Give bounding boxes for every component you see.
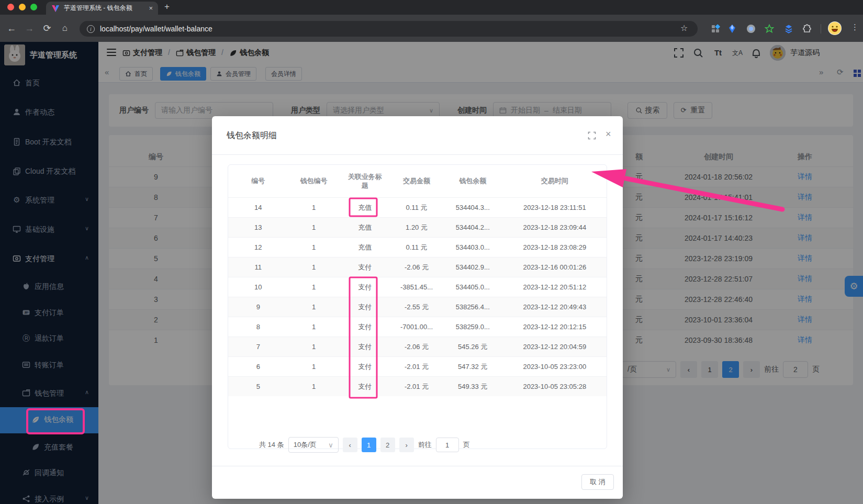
cell-id: 9 <box>228 303 288 311</box>
cell-amount: -3851.45... <box>390 283 443 291</box>
url-text: localhost/pay/wallet/wallet-balance <box>100 25 212 33</box>
browser-tab[interactable]: 芋道管理系统 - 钱包余额 × <box>46 2 158 15</box>
page-size-select[interactable]: 10条/页 ∨ <box>288 437 339 453</box>
cell-wallet-id: 1 <box>288 204 340 211</box>
cell-biz-title: 充值 <box>339 203 390 212</box>
cell-balance: 549.33 元 <box>443 382 503 391</box>
screen: 芋道管理系统 - 钱包余额 × + ← → ⟳ ⌂ i localhost/pa… <box>0 0 863 504</box>
wallet-balance-detail-dialog: 钱包余额明细 × 编号 钱包编号 关联业务标题 交易金额 钱包余额 交易时间 1… <box>212 116 623 499</box>
traffic-zoom-button[interactable] <box>30 4 37 10</box>
cell-biz-title: 支付 <box>339 263 390 272</box>
dialog-footer-divider <box>212 466 623 466</box>
cell-balance: 534403.0... <box>443 243 503 251</box>
cell-balance: 534402.9... <box>443 263 503 271</box>
cell-id: 14 <box>228 204 288 211</box>
page-1-button[interactable]: 1 <box>362 438 376 452</box>
tab-title: 芋道管理系统 - 钱包余额 <box>64 4 144 13</box>
cell-time: 2023-12-12 20:49:43 <box>503 303 607 311</box>
cell-time: 2023-12-12 20:12:15 <box>503 323 607 331</box>
cell-time: 2023-12-12 20:51:12 <box>503 283 607 291</box>
browser-toolbar: ← → ⟳ ⌂ i localhost/pay/wallet/wallet-ba… <box>0 15 863 42</box>
new-tab-button[interactable]: + <box>164 2 170 12</box>
cell-balance: 538259.0... <box>443 323 503 331</box>
cell-amount: 0.11 元 <box>390 243 443 252</box>
cell-balance: 534404.2... <box>443 223 503 231</box>
dialog-table-row: 81支付-7001.00...538259.0...2023-12-12 20:… <box>228 317 607 337</box>
forward-icon[interactable]: → <box>23 22 36 35</box>
dialog-table-header: 编号 钱包编号 关联业务标题 交易金额 钱包余额 交易时间 <box>228 165 607 197</box>
dialog-pagination: 共 14 条 10条/页 ∨ ‹ 1 2 › 前往 页 <box>259 437 573 453</box>
traffic-close-button[interactable] <box>7 4 14 10</box>
cell-amount: -2.01 元 <box>390 362 443 372</box>
cell-wallet-id: 1 <box>288 223 340 231</box>
toolbar-divider <box>821 24 821 33</box>
cell-balance: 534405.0... <box>443 283 503 291</box>
col-header-amount: 交易金额 <box>390 176 443 186</box>
goto-page-input[interactable] <box>436 438 459 452</box>
cell-wallet-id: 1 <box>288 323 340 331</box>
url-bar[interactable]: i localhost/pay/wallet/wallet-balance <box>80 21 698 37</box>
cell-time: 2023-10-05 23:23:00 <box>503 363 607 371</box>
cell-biz-title: 支付 <box>339 382 390 391</box>
cell-biz-title: 充值 <box>339 223 390 232</box>
cell-wallet-id: 1 <box>288 283 340 291</box>
cell-id: 6 <box>228 363 288 371</box>
favicon-yudao-icon <box>51 4 60 13</box>
dialog-header: 钱包余额明细 × <box>212 116 623 155</box>
dialog-close-icon[interactable]: × <box>606 129 611 140</box>
extension-grid-icon[interactable] <box>711 24 720 33</box>
cell-id: 5 <box>228 383 288 390</box>
dialog-table-row: 121充值0.11 元534403.0...2023-12-18 23:08:2… <box>228 237 607 257</box>
next-page-button[interactable]: › <box>399 438 414 452</box>
browser-menu-icon[interactable]: ⋮ <box>851 23 859 32</box>
cell-biz-title: 支付 <box>339 303 390 312</box>
dialog-fullscreen-icon[interactable] <box>588 131 596 140</box>
dialog-table-row: 131充值1.20 元534404.2...2023-12-18 23:09:4… <box>228 217 607 237</box>
reload-icon[interactable]: ⟳ <box>41 22 53 35</box>
dialog-title: 钱包余额明细 <box>227 130 277 141</box>
cell-time: 2023-12-18 23:09:44 <box>503 223 607 231</box>
page-2-button[interactable]: 2 <box>380 438 395 452</box>
bookmark-star-icon[interactable]: ☆ <box>680 23 688 33</box>
cell-biz-title: 支付 <box>339 362 390 372</box>
home-icon[interactable]: ⌂ <box>59 22 71 35</box>
dialog-table-row: 111支付-2.06 元534402.9...2023-12-16 00:01:… <box>228 257 607 277</box>
extension-gem-icon[interactable] <box>727 24 737 33</box>
cell-time: 2023-12-18 23:08:29 <box>503 243 607 251</box>
dialog-table-row: 91支付-2.55 元538256.4...2023-12-12 20:49:4… <box>228 297 607 317</box>
dialog-table-row: 61支付-2.01 元547.32 元2023-10-05 23:23:00 <box>228 356 607 376</box>
dialog-table-row: 101支付-3851.45...534405.0...2023-12-12 20… <box>228 277 607 297</box>
cell-amount: -2.06 元 <box>390 342 443 352</box>
cell-id: 7 <box>228 343 288 351</box>
cell-biz-title: 支付 <box>339 322 390 332</box>
tab-close-icon[interactable]: × <box>149 4 153 12</box>
cell-wallet-id: 1 <box>288 363 340 371</box>
cell-amount: -2.55 元 <box>390 303 443 312</box>
chevron-down-icon: ∨ <box>328 441 333 449</box>
page-size-value: 10条/页 <box>294 440 317 450</box>
extension-layers-icon[interactable] <box>784 24 793 33</box>
extension-circle-icon[interactable] <box>746 24 756 33</box>
traffic-minimize-button[interactable] <box>19 4 26 10</box>
cell-time: 2023-12-16 00:01:26 <box>503 263 607 271</box>
cell-balance: 534404.3... <box>443 204 503 211</box>
prev-page-button[interactable]: ‹ <box>343 438 357 452</box>
dialog-table-row: 141充值0.11 元534404.3...2023-12-18 23:11:5… <box>228 197 607 217</box>
cell-id: 8 <box>228 323 288 331</box>
browser-profile-avatar[interactable] <box>828 21 842 35</box>
extension-star-icon[interactable] <box>765 24 774 33</box>
dialog-table-row: 51支付-2.01 元549.33 元2023-10-05 23:05:28 <box>228 376 607 396</box>
cell-amount: 0.11 元 <box>390 203 443 212</box>
cell-id: 10 <box>228 283 288 291</box>
cancel-button[interactable]: 取 消 <box>581 474 614 490</box>
extensions-puzzle-icon[interactable] <box>802 24 812 33</box>
cell-biz-title: 充值 <box>339 243 390 252</box>
dialog-table-row: 71支付-2.06 元545.26 元2023-12-12 20:04:59 <box>228 337 607 356</box>
cell-balance: 547.32 元 <box>443 362 503 372</box>
col-header-biz-title: 关联业务标题 <box>339 172 390 190</box>
back-icon[interactable]: ← <box>5 22 18 35</box>
cell-wallet-id: 1 <box>288 303 340 311</box>
browser-tabstrip: 芋道管理系统 - 钱包余额 × + <box>0 0 863 15</box>
cell-balance: 538256.4... <box>443 303 503 311</box>
site-info-icon[interactable]: i <box>87 25 95 33</box>
